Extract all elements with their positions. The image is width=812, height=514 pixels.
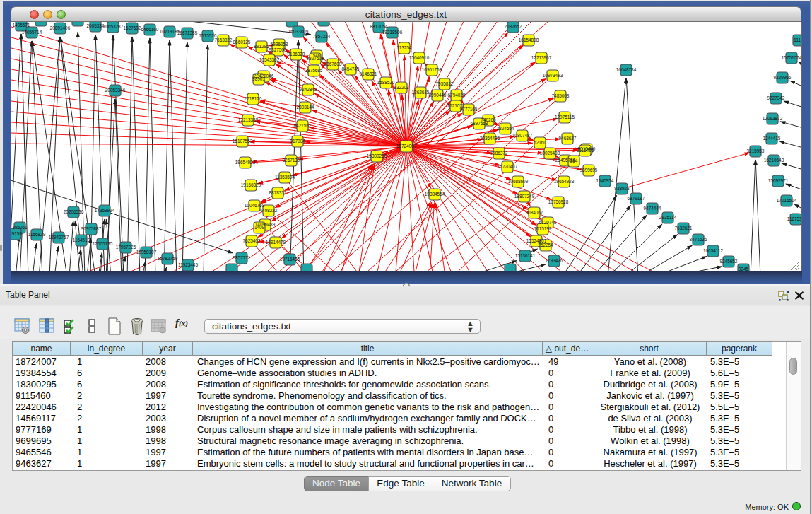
svg-text:9242848: 9242848: [300, 87, 317, 92]
svg-text:3215953: 3215953: [747, 148, 765, 153]
svg-text:10653287: 10653287: [103, 24, 124, 29]
svg-text:8990448: 8990448: [429, 93, 447, 98]
svg-text:938923: 938923: [614, 186, 630, 191]
svg-text:9899695: 9899695: [580, 168, 598, 173]
svg-text:10688609: 10688609: [508, 179, 529, 184]
svg-text:9474444: 9474444: [644, 206, 661, 211]
svg-text:9245652: 9245652: [720, 259, 738, 264]
svg-text:18807249: 18807249: [514, 194, 535, 199]
svg-text:16154808: 16154808: [519, 37, 539, 42]
svg-text:10958107: 10958107: [136, 250, 157, 255]
svg-text:7857224: 7857224: [313, 34, 331, 39]
svg-text:9463627: 9463627: [559, 136, 577, 141]
svg-text:1362615: 1362615: [412, 90, 430, 95]
svg-text:10807487: 10807487: [512, 133, 533, 138]
svg-text:1588520: 1588520: [377, 80, 395, 85]
svg-text:9084067: 9084067: [526, 210, 543, 215]
svg-text:20364436: 20364436: [480, 136, 500, 141]
svg-text:19716485: 19716485: [280, 257, 300, 262]
svg-text:2935114: 2935114: [659, 215, 677, 220]
svg-text:10756928: 10756928: [548, 199, 569, 204]
svg-text:395061: 395061: [12, 225, 28, 230]
svg-text:14055714: 14055714: [22, 30, 42, 35]
svg-text:1405571: 1405571: [13, 23, 30, 28]
svg-text:14914479: 14914479: [266, 240, 286, 245]
svg-text:1117: 1117: [794, 37, 801, 42]
svg-text:884: 884: [570, 158, 578, 163]
svg-text:20891406: 20891406: [50, 25, 71, 30]
svg-text:1167533: 1167533: [787, 216, 801, 221]
svg-text:12505135: 12505135: [93, 241, 113, 246]
svg-text:1409: 1409: [254, 225, 265, 230]
svg-text:1640954: 1640954: [596, 178, 614, 183]
svg-text:252254: 252254: [538, 243, 553, 247]
svg-text:113254: 113254: [397, 45, 412, 50]
svg-text:7663822: 7663822: [215, 37, 233, 42]
svg-text:11923445: 11923445: [178, 262, 198, 267]
svg-text:15300235: 15300235: [367, 153, 387, 158]
svg-text:6794028: 6794028: [448, 93, 466, 98]
svg-text:7485003: 7485003: [552, 93, 570, 98]
svg-text:10654112: 10654112: [703, 248, 723, 253]
svg-text:2803144: 2803144: [297, 105, 314, 110]
svg-text:917004: 917004: [290, 139, 305, 144]
svg-text:2005334: 2005334: [87, 23, 105, 28]
svg-text:8660125: 8660125: [233, 40, 251, 45]
svg-text:17016504: 17016504: [777, 198, 797, 203]
svg-text:1154519: 1154519: [73, 238, 90, 243]
svg-text:7986372: 7986372: [490, 151, 508, 156]
svg-text:3875685: 3875685: [305, 68, 323, 73]
svg-text:16648784: 16648784: [616, 67, 637, 72]
svg-text:9327508: 9327508: [307, 56, 324, 61]
svg-text:8454749: 8454749: [342, 66, 360, 71]
svg-text:19654923: 19654923: [554, 179, 575, 184]
svg-text:15136141: 15136141: [515, 253, 536, 258]
svg-text:10543362: 10543362: [259, 57, 280, 62]
svg-text:6120746: 6120746: [539, 220, 557, 225]
svg-text:39159: 39159: [11, 231, 22, 236]
svg-text:1244415: 1244415: [763, 136, 781, 141]
svg-text:9327500: 9327500: [269, 47, 287, 52]
svg-text:19166829: 19166829: [241, 182, 261, 187]
svg-text:1615192: 1615192: [534, 226, 552, 231]
svg-text:10025438: 10025438: [540, 151, 560, 156]
svg-text:8878332: 8878332: [269, 190, 287, 195]
svg-text:10973493: 10973493: [543, 73, 563, 78]
svg-text:16782759: 16782759: [158, 256, 178, 261]
svg-text:1156829: 1156829: [28, 232, 46, 237]
svg-text:1527602: 1527602: [124, 25, 141, 30]
svg-text:19654923: 19654923: [235, 160, 256, 165]
svg-text:2867608: 2867608: [324, 62, 342, 66]
svg-text:2718170: 2718170: [245, 96, 262, 101]
svg-text:17359924: 17359924: [95, 208, 115, 213]
svg-text:8813054: 8813054: [370, 24, 388, 29]
svg-text:16033809: 16033809: [288, 29, 309, 34]
svg-text:8427552: 8427552: [294, 123, 312, 128]
svg-text:8267130: 8267130: [283, 158, 300, 163]
svg-text:11353594: 11353594: [275, 175, 295, 180]
svg-text:12975115: 12975115: [555, 115, 575, 119]
svg-text:7632621: 7632621: [675, 226, 693, 230]
svg-text:15751074: 15751074: [782, 55, 801, 60]
svg-text:12213389: 12213389: [238, 117, 259, 122]
svg-text:12942757: 12942757: [49, 235, 69, 240]
svg-text:16107553: 16107553: [233, 139, 253, 144]
svg-text:62160: 62160: [534, 140, 546, 145]
svg-text:2087652: 2087652: [505, 24, 522, 29]
svg-text:1733426: 1733426: [546, 258, 563, 263]
svg-text:16671355: 16671355: [177, 30, 198, 35]
svg-text:9777169: 9777169: [460, 107, 478, 112]
svg-text:15720407: 15720407: [498, 164, 518, 169]
svg-text:7955812: 7955812: [436, 81, 454, 86]
svg-text:9245: 9245: [739, 267, 749, 271]
svg-text:90975887: 90975887: [81, 226, 102, 231]
svg-text:6879197: 6879197: [628, 196, 645, 201]
svg-text:6466160: 6466160: [141, 27, 159, 32]
svg-text:19218506: 19218506: [382, 30, 403, 35]
svg-text:15640910: 15640910: [409, 55, 430, 60]
svg-text:10046768: 10046768: [245, 203, 265, 208]
svg-text:98901: 98901: [252, 76, 265, 81]
svg-text:4498222: 4498222: [260, 208, 278, 213]
svg-text:3115405: 3115405: [577, 148, 594, 153]
svg-text:17957225: 17957225: [116, 245, 136, 250]
